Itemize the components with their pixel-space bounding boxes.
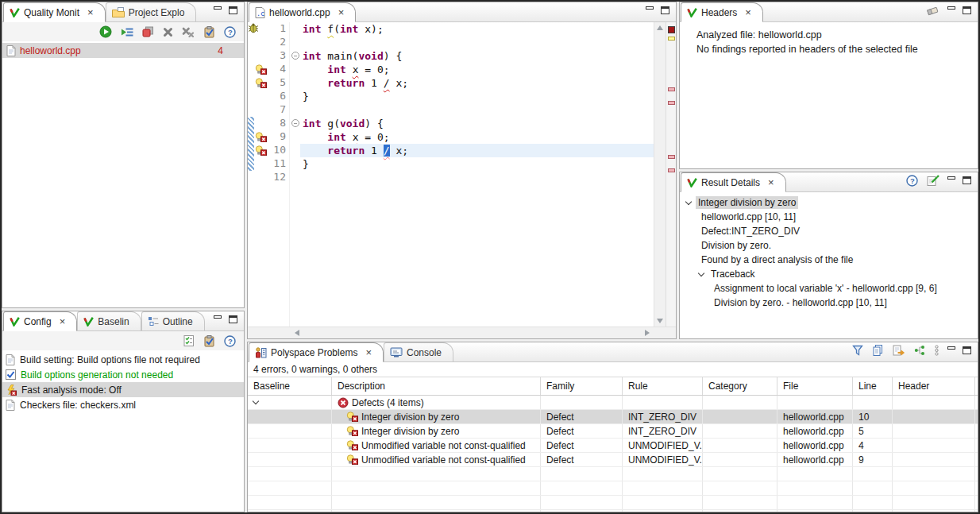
minimize-icon[interactable] (947, 6, 955, 10)
code-line[interactable]: return 1 / x; (300, 144, 654, 157)
problems-empty-row[interactable] (248, 496, 978, 510)
quality-file-row[interactable]: helloworld.cpp4 (2, 43, 244, 58)
delete-all-icon[interactable] (182, 27, 195, 37)
code-line[interactable]: int f(int x); (300, 22, 654, 36)
minimize-icon[interactable] (947, 346, 955, 350)
minimize-icon[interactable] (214, 315, 222, 319)
code-line[interactable] (300, 171, 654, 184)
tab-project-explo[interactable]: Project Explo (106, 2, 197, 21)
minimize-icon[interactable] (214, 6, 222, 10)
result-tree-item[interactable]: Integer division by zero (680, 195, 978, 210)
stop-icon[interactable] (142, 26, 154, 37)
code-line[interactable]: return 1 / x; (300, 76, 654, 90)
maximize-icon[interactable] (229, 6, 237, 14)
result-tree-item[interactable]: Found by a direct analysis of the file (680, 253, 978, 267)
problems-empty-row[interactable] (248, 481, 978, 496)
column-header-file[interactable]: File (777, 377, 853, 395)
code-line[interactable]: } (300, 157, 654, 171)
column-header-category[interactable]: Category (703, 377, 777, 395)
column-header-line[interactable]: Line (853, 377, 893, 395)
editor-horizontal-scrollbar[interactable] (248, 327, 676, 338)
code-line[interactable] (300, 36, 654, 49)
scroll-left-icon[interactable] (295, 330, 299, 336)
config-item[interactable]: Fast analysis mode: Off (2, 382, 244, 397)
problems-row[interactable]: Integer division by zeroDefectINT_ZERO_D… (248, 424, 978, 439)
tab-quality-monit[interactable]: Quality Monit× (3, 2, 106, 22)
close-icon[interactable]: × (365, 347, 372, 357)
editor-code-area[interactable]: int f(int x);int main(void) { int x = 0;… (300, 22, 654, 327)
tab-outline[interactable]: Outline (141, 311, 205, 330)
copy-pages-icon[interactable] (872, 345, 884, 356)
tab-result-details[interactable]: Result Details× (681, 172, 786, 192)
kebab-icon[interactable] (934, 345, 939, 356)
column-header-family[interactable]: Family (541, 377, 623, 395)
maximize-icon[interactable] (661, 6, 669, 14)
clipboard-check-icon[interactable] (203, 335, 215, 347)
maximize-icon[interactable] (963, 176, 971, 184)
result-tree-item[interactable]: Assignment to local variable 'x' - hello… (680, 281, 978, 296)
defect-icon[interactable] (255, 145, 267, 156)
overview-defect-marker[interactable] (668, 168, 675, 172)
fold-marker[interactable] (291, 52, 299, 60)
close-icon[interactable]: × (87, 7, 94, 17)
editor-vertical-scrollbar[interactable] (654, 22, 666, 327)
tab-baselin[interactable]: Baselin (77, 311, 141, 330)
close-icon[interactable]: × (745, 7, 751, 17)
overview-defect-marker[interactable] (668, 87, 675, 91)
maximize-icon[interactable] (963, 346, 971, 354)
tab-polyspace-problems[interactable]: Polyspace Problems× (249, 342, 384, 362)
code-line[interactable]: } (300, 90, 654, 103)
column-header-header[interactable]: Header (893, 377, 975, 395)
problems-row[interactable]: Unmodified variable not const-qualifiedD… (248, 439, 978, 453)
close-icon[interactable]: × (768, 177, 774, 187)
code-line[interactable]: int main(void) { (300, 49, 654, 63)
export-icon[interactable] (893, 345, 905, 356)
help-icon[interactable]: ? (224, 335, 236, 347)
result-tree-item[interactable]: Traceback (680, 267, 978, 281)
problems-group-row[interactable]: Defects (4 items) (248, 396, 978, 410)
help-icon[interactable]: ? (224, 26, 236, 38)
note-pin-icon[interactable] (927, 175, 939, 186)
overview-defect-marker[interactable] (668, 101, 675, 105)
code-line[interactable]: int g(void) { (300, 117, 654, 130)
column-header-description[interactable]: Description (332, 377, 541, 395)
config-item[interactable]: Checkers file: checkers.xml (2, 397, 244, 412)
fold-marker[interactable] (291, 119, 299, 127)
problems-row[interactable]: Integer division by zeroDefectINT_ZERO_D… (248, 410, 978, 424)
close-icon[interactable]: × (60, 316, 66, 327)
close-icon[interactable]: × (338, 7, 345, 17)
maximize-icon[interactable] (229, 315, 237, 323)
filter-icon[interactable] (852, 345, 863, 356)
scroll-up-icon[interactable] (657, 25, 663, 30)
tab-config[interactable]: Config× (3, 311, 77, 331)
column-header-baseline[interactable]: Baseline (248, 377, 332, 395)
checklist-icon[interactable] (183, 335, 195, 346)
scroll-down-icon[interactable] (657, 319, 663, 323)
run-icon[interactable] (99, 25, 112, 38)
clipboard-check-icon[interactable] (203, 26, 215, 38)
defect-icon[interactable] (255, 78, 267, 88)
code-line[interactable] (300, 103, 654, 117)
scroll-right-icon[interactable] (645, 330, 650, 336)
config-item[interactable]: Build setting: Build options file not re… (2, 352, 244, 367)
column-header-rule[interactable]: Rule (623, 377, 703, 395)
result-tree-item[interactable]: helloworld.cpp [10, 11] (680, 210, 978, 224)
tab-helloworld-cpp[interactable]: .chelloworld.cpp× (249, 2, 356, 22)
minimize-icon[interactable] (646, 6, 654, 10)
defect-icon[interactable] (255, 64, 267, 75)
tab-console[interactable]: Console (384, 342, 453, 361)
help-icon[interactable]: ? (906, 175, 918, 187)
chevron-down-icon[interactable] (253, 398, 259, 404)
result-tree-item[interactable]: Division by zero. - helloworld.cpp [10, … (680, 296, 978, 310)
run-list-icon[interactable] (121, 26, 133, 37)
config-item[interactable]: Build options generation not needed (2, 367, 244, 382)
chevron-down-icon[interactable] (685, 198, 692, 204)
overview-defect-marker[interactable] (668, 155, 675, 159)
tab-headers[interactable]: Headers× (681, 2, 763, 22)
code-editor[interactable]: 123456789101112int f(int x);int main(voi… (248, 22, 676, 327)
minimize-icon[interactable] (947, 176, 955, 180)
delete-icon[interactable] (163, 27, 173, 37)
problems-row[interactable]: Unmodified variable not const-qualifiedD… (248, 453, 978, 467)
group-tree-icon[interactable] (914, 345, 925, 356)
chevron-down-icon[interactable] (698, 269, 704, 276)
